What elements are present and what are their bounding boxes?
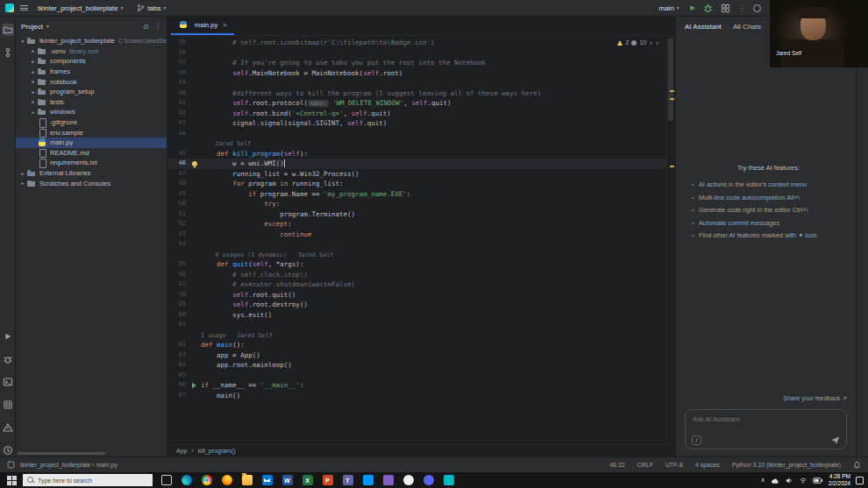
warning-mark[interactable] [670, 98, 674, 100]
bulb-icon[interactable] [189, 159, 201, 169]
code-annotation-row[interactable]: Jared Self [167, 138, 666, 149]
line-number[interactable]: 49 [167, 189, 189, 200]
tree-item-frames[interactable]: ▸frames [16, 67, 167, 77]
debug-button[interactable] [703, 4, 713, 13]
tree-item-env-sample[interactable]: env.sample [16, 127, 167, 138]
tab-main-py[interactable]: main.py × [171, 17, 234, 35]
tree-item-readme-md[interactable]: README.md [16, 148, 167, 159]
tree-item-program-setup[interactable]: ▸program_setup [16, 87, 167, 97]
tree-item-requirements-txt[interactable]: requirements.txt [16, 158, 167, 168]
code-line-35[interactable]: 35 # self.root.iconbitmap(r'C:\filepath\… [167, 38, 666, 48]
tree-item-windows[interactable]: ▸windows [16, 107, 167, 117]
code-line-52[interactable]: 52 except: [167, 219, 666, 230]
tree-item-components[interactable]: ▸components [16, 56, 167, 67]
project-panel-title[interactable]: Project [21, 23, 43, 31]
run-icon[interactable] [189, 380, 201, 391]
line-number[interactable] [167, 330, 189, 341]
code-annotation-row[interactable]: 4 usages (1 dynamic) Jared Self [167, 250, 666, 260]
commit-tool-icon[interactable] [2, 46, 14, 59]
line-number[interactable]: 41 [167, 98, 189, 109]
code-line-50[interactable]: 50 try: [167, 199, 666, 209]
taskbar-teams-icon[interactable]: T [338, 472, 358, 488]
taskbar-clock[interactable]: 4:28 PM 2/2/2024 [829, 473, 850, 487]
commands-icon[interactable]: / [692, 435, 701, 445]
main-menu-icon[interactable] [20, 5, 28, 11]
taskbar-excel-icon[interactable]: X [297, 472, 317, 488]
taskbar-file-explorer-icon[interactable] [237, 472, 257, 488]
code-line-56[interactable]: 56 # self.clock.stop() [167, 270, 666, 280]
status-file-path[interactable]: tkinter_project_boilerplate › main.py [20, 462, 117, 468]
code-line-37[interactable]: 37 # If you're going to use tabs you put… [167, 58, 666, 68]
tray-expand-icon[interactable]: ∧ [761, 477, 765, 484]
editor-scrollbar[interactable] [666, 36, 675, 444]
project-tool-icon[interactable] [2, 24, 14, 36]
line-number[interactable]: 67 [167, 391, 189, 401]
line-number[interactable]: 52 [167, 219, 189, 230]
taskbar-vscode-icon[interactable] [358, 472, 378, 488]
code-line-64[interactable]: 64 app.root.mainloop() [167, 360, 666, 371]
version-control-tool-icon[interactable] [2, 444, 14, 456]
warning-mark[interactable] [670, 90, 674, 92]
line-number[interactable]: 44 [167, 129, 189, 139]
line-number[interactable]: 50 [167, 199, 189, 209]
code-line-38[interactable]: 38 self.MainNotebook = MainNotebook(self… [167, 68, 666, 79]
tree-item-scratches-and-consoles[interactable]: ▸Scratches and Consoles [16, 178, 167, 188]
line-number[interactable]: 51 [167, 209, 189, 220]
code-line-58[interactable]: 58 self.root.quit() [167, 290, 666, 301]
next-problem-icon[interactable]: ∨ [656, 39, 659, 46]
debug-tool-icon[interactable] [2, 353, 14, 365]
line-number[interactable]: 38 [167, 68, 189, 79]
code-line-51[interactable]: 51 program.Terminate() [167, 209, 666, 220]
tree-item-tests[interactable]: ▸tests [16, 97, 167, 108]
scrollbar-thumb[interactable] [668, 38, 673, 121]
battery-icon[interactable] [813, 477, 823, 484]
line-number[interactable]: 46 [167, 159, 189, 169]
volume-icon[interactable] [786, 477, 793, 484]
line-number[interactable]: 35 [167, 38, 189, 48]
feedback-link[interactable]: Share your feedback ↗ [685, 395, 847, 402]
run-config-selector[interactable]: main ▾ [656, 4, 683, 13]
code-line-45[interactable]: 45 def kill_program(self): [167, 149, 666, 159]
code-line-46[interactable]: 46 w = wmi.WMI() [167, 159, 666, 169]
line-number[interactable]: 39 [167, 78, 189, 88]
chevron-icon[interactable]: ▸ [30, 89, 37, 95]
project-hscrollbar-thumb[interactable] [18, 452, 105, 455]
inspections-widget[interactable]: 2 10 ∧ ∨ [614, 39, 663, 46]
line-number[interactable] [167, 250, 189, 260]
prev-problem-icon[interactable]: ∧ [649, 39, 652, 46]
line-number[interactable]: 63 [167, 350, 189, 361]
code-line-63[interactable]: 63 app = App() [167, 350, 666, 361]
chevron-icon[interactable]: ▸ [19, 171, 26, 176]
run-tool-icon[interactable] [2, 330, 14, 343]
notifications-bell-icon[interactable] [853, 461, 861, 469]
code-line-55[interactable]: 55 def quit(self, *args): [167, 259, 666, 270]
onedrive-cloud-icon[interactable] [771, 477, 780, 484]
python-interpreter[interactable]: Python 3.10 (tkinter_project_boilerplate… [732, 462, 841, 468]
line-number[interactable]: 45 [167, 149, 189, 159]
terminal-tool-icon[interactable] [2, 376, 14, 388]
code-line-43[interactable]: 43 signal.signal(signal.SIGINT, self.qui… [167, 118, 666, 129]
taskbar-task-view-icon[interactable] [156, 472, 176, 488]
taskbar-visual-studio-icon[interactable] [378, 472, 398, 488]
all-chats-button[interactable]: All Chats [733, 23, 761, 31]
taskbar-edge-icon[interactable] [176, 472, 196, 488]
services-tool-icon[interactable] [2, 399, 14, 411]
line-number[interactable]: 55 [167, 259, 189, 270]
chevron-icon[interactable]: ▸ [19, 180, 26, 186]
wifi-icon[interactable] [799, 477, 808, 484]
code-line-54[interactable]: 54 [167, 239, 666, 250]
taskbar-firefox-icon[interactable] [217, 472, 237, 488]
code-line-41[interactable]: 41 self.root.protocol(name: 'WM_DELETE_W… [167, 98, 666, 109]
send-icon[interactable] [830, 435, 840, 445]
chevron-icon[interactable]: ▸ [30, 99, 37, 104]
line-number[interactable]: 66 [167, 380, 189, 391]
tree-item-venv[interactable]: ▸.venvlibrary root [16, 46, 167, 57]
code-line-49[interactable]: 49 if program.Name == 'my_program_name.E… [167, 189, 666, 200]
line-number[interactable]: 64 [167, 360, 189, 371]
ai-chat-input[interactable]: Ask AI Assistant / [685, 409, 847, 449]
code-line-39[interactable]: 39 [167, 78, 666, 88]
code-line-66[interactable]: 66if __name__ == '__main__': [167, 380, 666, 391]
problems-tool-icon[interactable] [2, 421, 14, 434]
code-line-62[interactable]: 62def main(): [167, 340, 666, 350]
code-annotation-row[interactable]: 1 usage Jared Self [167, 330, 666, 341]
